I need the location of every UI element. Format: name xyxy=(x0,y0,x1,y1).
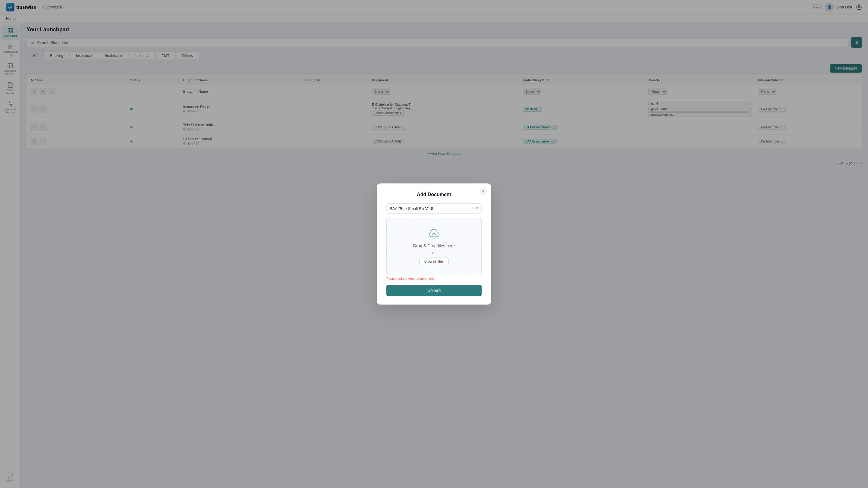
select-clear-icon[interactable]: × xyxy=(472,206,474,211)
add-document-modal: × Add Document BAAI/Bge-Small-En-V1.5 × … xyxy=(377,184,491,304)
upload-button[interactable]: Upload xyxy=(386,285,482,296)
chevron-down-icon: ∨ xyxy=(475,206,478,211)
modal-close-button[interactable]: × xyxy=(480,188,487,195)
selected-model-label: BAAI/Bge-Small-En-V1.5 xyxy=(390,206,433,211)
embedding-model-select[interactable]: BAAI/Bge-Small-En-V1.5 × ∨ xyxy=(386,203,482,214)
embedding-model-select-container: BAAI/Bge-Small-En-V1.5 × ∨ xyxy=(386,203,482,214)
drop-text: Drag & Drop files here xyxy=(413,243,455,248)
modal-title: Add Document xyxy=(386,192,482,197)
modal-overlay[interactable]: × Add Document BAAI/Bge-Small-En-V1.5 × … xyxy=(0,0,868,488)
drop-or: or xyxy=(432,251,436,255)
upload-error-text: Please upload your document(s) xyxy=(386,277,482,281)
cloud-upload-icon xyxy=(426,227,442,241)
browse-files-button[interactable]: Browse files xyxy=(419,258,449,265)
drop-zone[interactable]: Drag & Drop files here or Browse files xyxy=(386,218,482,274)
